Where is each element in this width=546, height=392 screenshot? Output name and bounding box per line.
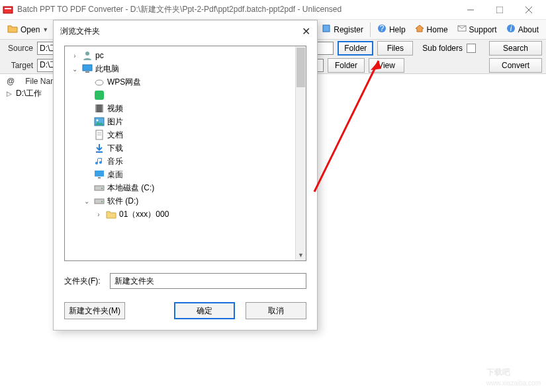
- home-icon: [415, 24, 424, 35]
- tree-node[interactable]: 音乐: [65, 155, 306, 168]
- help-button[interactable]: ? Help: [373, 22, 410, 38]
- scroll-thumb[interactable]: [296, 48, 305, 87]
- dialog-close-button[interactable]: ✕: [302, 25, 310, 38]
- help-label: Help: [389, 25, 406, 34]
- expand-icon[interactable]: ›: [70, 52, 79, 59]
- search-button[interactable]: Search: [489, 41, 542, 56]
- target-folder-button[interactable]: Folder: [328, 58, 365, 73]
- svg-rect-16: [95, 91, 104, 100]
- tree-node[interactable]: 文档: [65, 128, 306, 141]
- doc-icon: [94, 130, 105, 140]
- about-button[interactable]: i About: [502, 22, 543, 38]
- tree-node-label: 桌面: [107, 169, 123, 180]
- about-label: About: [518, 25, 539, 34]
- home-button[interactable]: Home: [410, 22, 453, 38]
- svg-rect-14: [85, 71, 89, 73]
- monitor-icon: [82, 63, 93, 74]
- music-icon: [94, 156, 105, 167]
- app-icon: [3, 5, 13, 15]
- scroll-down-icon[interactable]: ▼: [296, 250, 306, 260]
- pic-icon: [94, 116, 105, 127]
- tree-node-label: 视频: [107, 103, 123, 114]
- at-column: @: [7, 77, 15, 86]
- ok-button[interactable]: 确定: [174, 302, 235, 319]
- svg-point-15: [95, 80, 103, 85]
- expand-icon: ▷: [7, 90, 12, 97]
- help-icon: ?: [377, 24, 387, 35]
- tree-node-label: 本地磁盘 (C:): [107, 182, 154, 194]
- dialog-title: 浏览文件夹: [60, 26, 100, 37]
- tree-node[interactable]: ⌄软件 (D:): [65, 194, 306, 208]
- folder-tree[interactable]: ›pc⌄此电脑WPS网盘视频图片文档下载音乐桌面本地磁盘 (C:)⌄软件 (D:…: [64, 46, 306, 261]
- source-label: Source: [4, 44, 33, 53]
- source-files-button[interactable]: Files: [377, 41, 413, 56]
- new-folder-button[interactable]: 新建文件夹(M): [64, 302, 125, 319]
- svg-point-29: [101, 188, 103, 189]
- person-icon: [82, 50, 93, 61]
- expand-icon[interactable]: ⌄: [82, 198, 91, 205]
- tree-node-label: 下载: [107, 143, 123, 154]
- tree-node[interactable]: WPS网盘: [65, 75, 306, 89]
- tree-node[interactable]: ›01（xxx）000: [65, 208, 306, 221]
- tree-node-label: 软件 (D:): [107, 196, 138, 207]
- tree-node[interactable]: ⌄此电脑: [65, 62, 306, 75]
- cancel-button[interactable]: 取消: [246, 302, 306, 319]
- tree-node[interactable]: 图片: [65, 115, 306, 128]
- svg-rect-0: [3, 7, 13, 13]
- cloud-icon: [94, 77, 105, 87]
- register-label: Register: [334, 25, 363, 34]
- tree-node[interactable]: [65, 89, 306, 102]
- svg-rect-13: [83, 65, 92, 71]
- tree-node[interactable]: 视频: [65, 102, 306, 115]
- tree-node-label: 此电脑: [95, 63, 119, 75]
- open-label: Open: [21, 25, 40, 34]
- svg-rect-28: [95, 186, 104, 190]
- maximize-button[interactable]: [485, 0, 514, 20]
- source-folder-button[interactable]: Folder: [338, 41, 373, 56]
- support-button[interactable]: Support: [453, 22, 502, 38]
- svg-text:?: ?: [380, 24, 385, 33]
- svg-rect-27: [98, 177, 101, 178]
- svg-text:i: i: [510, 24, 512, 33]
- down-icon: [94, 143, 105, 153]
- svg-rect-26: [95, 171, 104, 176]
- view-button[interactable]: View: [369, 58, 404, 73]
- svg-point-31: [101, 201, 103, 202]
- svg-point-12: [85, 52, 89, 56]
- svg-rect-3: [496, 7, 503, 13]
- folder-icon: [106, 209, 116, 219]
- subfolders-checkbox[interactable]: [467, 44, 476, 53]
- tree-node-label: WPS网盘: [107, 77, 141, 88]
- tree-node-label: 文档: [107, 130, 123, 141]
- tree-node[interactable]: ›pc: [65, 49, 306, 62]
- green-icon: [94, 90, 105, 100]
- window-title: Batch PPT TO PDF Converter - D:\新建文件夹\Pp…: [17, 4, 456, 15]
- folder-name-input[interactable]: [110, 273, 306, 289]
- svg-rect-18: [95, 104, 97, 112]
- tree-node[interactable]: 本地磁盘 (C:): [65, 181, 306, 194]
- tree-node[interactable]: 下载: [65, 141, 306, 155]
- expand-icon[interactable]: ⌄: [70, 65, 79, 73]
- tree-node-label: 01（xxx）000: [119, 209, 169, 220]
- svg-rect-1: [5, 8, 11, 9]
- expand-icon[interactable]: ›: [94, 211, 103, 218]
- key-icon: [322, 24, 331, 35]
- open-button[interactable]: Open ▼: [3, 22, 53, 38]
- target-label: Target: [4, 61, 33, 70]
- svg-rect-6: [323, 25, 330, 32]
- convert-button[interactable]: Convert: [489, 58, 542, 73]
- folder-field-label: 文件夹(F):: [64, 276, 101, 287]
- tree-node-label: 图片: [107, 116, 123, 128]
- title-bar: Batch PPT TO PDF Converter - D:\新建文件夹\Pp…: [0, 0, 546, 20]
- svg-rect-19: [102, 104, 103, 112]
- tree-node[interactable]: 桌面: [65, 168, 306, 181]
- tree-node-label: pc: [95, 51, 104, 60]
- dialog-titlebar: 浏览文件夹 ✕: [54, 20, 317, 42]
- register-button[interactable]: Register: [317, 22, 368, 38]
- film-icon: [94, 103, 105, 114]
- close-button[interactable]: [514, 0, 543, 20]
- svg-rect-30: [95, 199, 104, 204]
- list-item-label: D:\工作: [16, 88, 42, 99]
- minimize-button[interactable]: [456, 0, 485, 20]
- tree-scrollbar[interactable]: ▲ ▼: [295, 46, 306, 260]
